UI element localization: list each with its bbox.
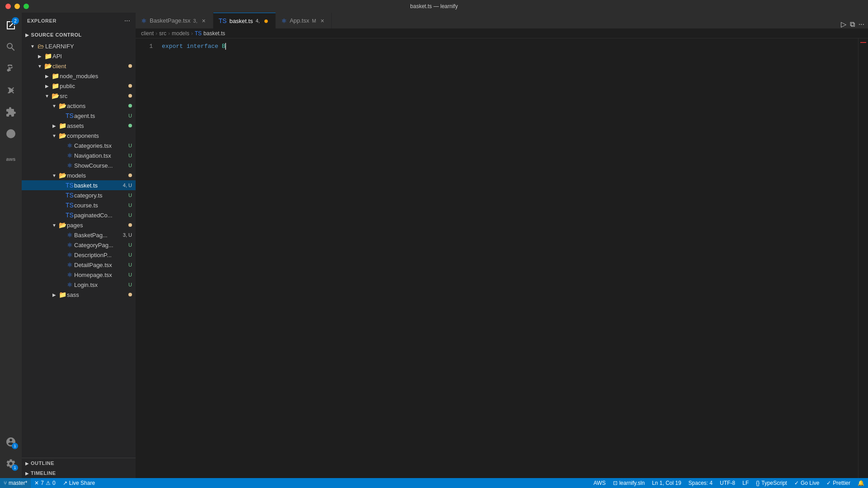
tree-item-basket-ts[interactable]: TS basket.ts 4, U <box>22 180 136 190</box>
activity-extensions[interactable] <box>0 101 22 123</box>
tree-item-navigation[interactable]: ⚛ Navigation.tsx U <box>22 150 136 160</box>
breadcrumb-current[interactable]: basket.ts <box>203 30 225 37</box>
basketpage-tsx-icon: ⚛ <box>65 231 74 239</box>
tree-item-homepage[interactable]: ⚛ Homepage.tsx U <box>22 270 136 280</box>
activity-account[interactable]: 1 <box>0 431 22 453</box>
timeline-section[interactable]: ▶ TIMELINE <box>22 468 136 478</box>
tree-item-login[interactable]: ⚛ Login.tsx U <box>22 280 136 290</box>
detailpage-label: DetailPage.tsx <box>74 262 128 268</box>
status-liveshare[interactable]: ↗ Live Share <box>59 478 99 488</box>
status-language[interactable]: {} TypeScript <box>752 478 791 488</box>
activity-settings[interactable]: 1 <box>0 453 22 474</box>
tree-item-showcourse[interactable]: ⚛ ShowCourse... U <box>22 160 136 170</box>
tree-item-pages[interactable]: ▼ 📂 pages <box>22 220 136 230</box>
tree-item-actions[interactable]: ▼ 📂 actions <box>22 101 136 111</box>
tree-item-src[interactable]: ▼ 📂 src <box>22 91 136 101</box>
tree-item-paginated[interactable]: TS paginatedCo... U <box>22 210 136 220</box>
status-prettier[interactable]: ✓ Prettier <box>823 478 854 488</box>
tab-basketpage[interactable]: ⚛ BasketPage.tsx 3, × <box>136 13 213 28</box>
activity-run[interactable] <box>0 80 22 101</box>
source-control-label: SOURCE CONTROL <box>31 32 82 38</box>
outline-section[interactable]: ▶ OUTLINE <box>22 458 136 468</box>
tree-item-category-ts[interactable]: TS category.ts U <box>22 190 136 200</box>
agent-ts-icon: TS <box>65 112 74 119</box>
sidebar-bottom: ▶ OUTLINE ▶ TIMELINE <box>22 458 136 478</box>
aws-label: AWS <box>594 480 606 486</box>
split-editor-button[interactable]: ⧉ <box>850 20 855 28</box>
language-icon: {} <box>756 480 760 486</box>
prettier-icon: ✓ <box>826 480 831 486</box>
tree-item-node-modules[interactable]: ▶ 📁 node_modules <box>22 71 136 81</box>
status-solution[interactable]: ⊡ learnify.sln <box>609 478 648 488</box>
breadcrumb-models[interactable]: models <box>172 30 189 37</box>
text-cursor <box>225 43 226 50</box>
tree-item-detailpage[interactable]: ⚛ DetailPage.tsx U <box>22 260 136 270</box>
status-eol[interactable]: LF <box>739 478 752 488</box>
assets-chevron: ▶ <box>51 123 58 128</box>
tree-item-assets[interactable]: ▶ 📁 assets <box>22 121 136 131</box>
basket-ts-tab-close[interactable]: ● <box>263 17 270 24</box>
status-spaces[interactable]: Spaces: 4 <box>685 478 716 488</box>
code-content[interactable]: export interface B <box>158 42 858 474</box>
public-chevron: ▶ <box>43 84 51 89</box>
tree-item-agent[interactable]: TS agent.ts U <box>22 111 136 121</box>
tree-item-client[interactable]: ▼ 📂 client <box>22 61 136 71</box>
detailpage-tsx-icon: ⚛ <box>65 261 74 268</box>
status-aws[interactable]: AWS <box>590 478 609 488</box>
agent-label: agent.ts <box>74 113 128 119</box>
basketpage-badge: 3, U <box>123 232 132 238</box>
tree-item-api[interactable]: ▶ 📁 API <box>22 51 136 61</box>
activity-liveshare[interactable] <box>0 123 22 145</box>
activity-source-control[interactable] <box>0 58 22 80</box>
minimize-button[interactable] <box>14 4 20 9</box>
run-button[interactable]: ▷ <box>841 20 846 28</box>
tree-item-course-ts[interactable]: TS course.ts U <box>22 200 136 210</box>
tree-root-learnify[interactable]: ▼ 🗁 LEARNIFY <box>22 41 136 51</box>
tree-item-components[interactable]: ▼ 📂 components <box>22 131 136 141</box>
breadcrumb-src[interactable]: src <box>159 30 166 37</box>
breadcrumb-sep-1: › <box>156 30 157 37</box>
golive-icon: ✓ <box>794 480 799 486</box>
node-modules-icon: 📁 <box>51 72 60 80</box>
source-control-section[interactable]: ▶ SOURCE CONTROL <box>22 28 136 41</box>
tree-item-descriptionp[interactable]: ⚛ DescriptionP... U <box>22 250 136 260</box>
basketpage-tab-icon: ⚛ <box>141 17 147 24</box>
login-badge: U <box>128 282 132 287</box>
activity-remote[interactable]: aws <box>0 148 22 170</box>
activity-explorer[interactable]: 2 <box>0 14 22 36</box>
breadcrumb-client[interactable]: client <box>141 30 154 37</box>
tree-item-public[interactable]: ▶ 📁 public <box>22 81 136 91</box>
status-position[interactable]: Ln 1, Col 19 <box>648 478 685 488</box>
tab-basket-ts[interactable]: TS basket.ts 4, ● <box>213 13 276 28</box>
assets-folder-icon: 📁 <box>58 122 67 129</box>
status-golive[interactable]: ✓ Go Live <box>791 478 823 488</box>
status-errors[interactable]: ✕ 7 ⚠ 0 <box>31 478 59 488</box>
status-notifications[interactable]: 🔔 <box>854 478 868 488</box>
categories-label: Categories.tsx <box>74 142 128 149</box>
status-left: ⑂ master* ✕ 7 ⚠ 0 ↗ Live Share <box>0 478 99 488</box>
tree-item-categorypage[interactable]: ⚛ CategoryPag... U <box>22 240 136 250</box>
outline-chevron: ▶ <box>25 461 29 466</box>
breadcrumb-sep-3: › <box>191 30 193 37</box>
tree-item-categories[interactable]: ⚛ Categories.tsx U <box>22 141 136 150</box>
app-tsx-tab-close[interactable]: × <box>319 17 326 24</box>
tree-item-models[interactable]: ▼ 📂 models <box>22 170 136 180</box>
activity-search[interactable] <box>0 36 22 58</box>
learnify-chevron: ▼ <box>29 44 36 49</box>
status-encoding[interactable]: UTF-8 <box>716 478 739 488</box>
tree-item-basketpage-tsx[interactable]: ⚛ BasketPag... 3, U <box>22 230 136 240</box>
keyword-export: export <box>162 42 183 51</box>
liveshare-icon: ↗ <box>63 480 67 486</box>
tree-item-sass[interactable]: ▶ 📁 sass <box>22 290 136 300</box>
status-branch[interactable]: ⑂ master* <box>0 478 31 488</box>
code-editor[interactable]: 1 export interface B <box>136 38 858 478</box>
window-controls[interactable] <box>5 4 29 9</box>
pages-label: pages <box>67 222 128 229</box>
more-actions-button[interactable]: ··· <box>859 20 864 28</box>
sidebar-more-icon[interactable]: ··· <box>124 17 130 25</box>
close-button[interactable] <box>5 4 11 9</box>
basketpage-tab-close[interactable]: × <box>200 17 208 24</box>
maximize-button[interactable] <box>24 4 29 9</box>
tab-app-tsx[interactable]: ⚛ App.tsx M × <box>276 13 332 28</box>
interface-name: B <box>222 42 226 51</box>
